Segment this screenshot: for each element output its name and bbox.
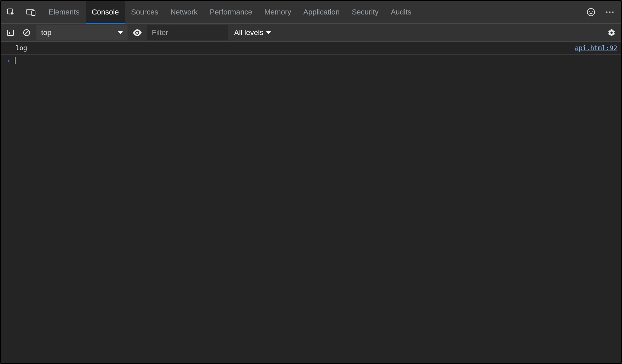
svg-point-8 bbox=[609, 11, 611, 13]
svg-point-6 bbox=[592, 11, 593, 11]
tabstrip-right-icons bbox=[582, 1, 621, 24]
tab-performance[interactable]: Performance bbox=[204, 1, 258, 24]
tab-elements[interactable]: Elements bbox=[43, 1, 86, 24]
svg-point-9 bbox=[612, 11, 614, 13]
tab-sources[interactable]: Sources bbox=[125, 1, 164, 24]
tab-memory[interactable]: Memory bbox=[258, 1, 297, 24]
console-toolbar: top All levels bbox=[1, 24, 621, 42]
console-output[interactable]: log api.html:92 › bbox=[1, 42, 621, 363]
clear-console-icon[interactable] bbox=[20, 26, 33, 39]
console-filter-input[interactable] bbox=[147, 25, 228, 40]
svg-point-7 bbox=[606, 11, 607, 13]
tab-network[interactable]: Network bbox=[164, 1, 204, 24]
console-log-row: log api.html:92 bbox=[1, 42, 621, 55]
prompt-chevron-icon: › bbox=[2, 56, 14, 66]
execution-context-value: top bbox=[41, 28, 52, 37]
console-log-message: log bbox=[14, 43, 575, 53]
tab-audits[interactable]: Audits bbox=[385, 1, 417, 24]
chevron-down-icon bbox=[118, 31, 123, 34]
tab-application[interactable]: Application bbox=[297, 1, 346, 24]
console-settings-gear-icon[interactable] bbox=[605, 26, 618, 39]
devtools-tabs: Elements Console Sources Network Perform… bbox=[43, 1, 418, 24]
svg-point-14 bbox=[136, 31, 138, 33]
svg-point-5 bbox=[589, 11, 590, 11]
log-levels-label: All levels bbox=[234, 28, 263, 37]
device-toolbar-icon[interactable] bbox=[21, 1, 41, 24]
console-prompt[interactable]: › bbox=[1, 55, 621, 67]
live-expression-eye-icon[interactable] bbox=[131, 26, 144, 39]
log-levels-select[interactable]: All levels bbox=[231, 25, 274, 40]
console-filter-field[interactable] bbox=[152, 28, 223, 37]
execution-context-select[interactable]: top bbox=[36, 25, 128, 40]
console-source-link[interactable]: api.html:92 bbox=[575, 43, 617, 53]
svg-point-4 bbox=[587, 8, 595, 16]
inspect-element-icon[interactable] bbox=[1, 1, 21, 24]
feedback-smiley-icon[interactable] bbox=[582, 1, 600, 24]
chevron-down-icon bbox=[266, 31, 271, 34]
devtools-tabstrip: Elements Console Sources Network Perform… bbox=[1, 1, 621, 24]
more-options-icon[interactable] bbox=[600, 1, 619, 24]
toggle-console-sidebar-icon[interactable] bbox=[4, 26, 17, 39]
tab-security[interactable]: Security bbox=[346, 1, 385, 24]
tab-console[interactable]: Console bbox=[86, 1, 125, 24]
svg-rect-10 bbox=[7, 30, 13, 35]
svg-rect-2 bbox=[32, 11, 35, 16]
console-input-cursor bbox=[15, 57, 16, 64]
svg-line-12 bbox=[25, 31, 29, 35]
